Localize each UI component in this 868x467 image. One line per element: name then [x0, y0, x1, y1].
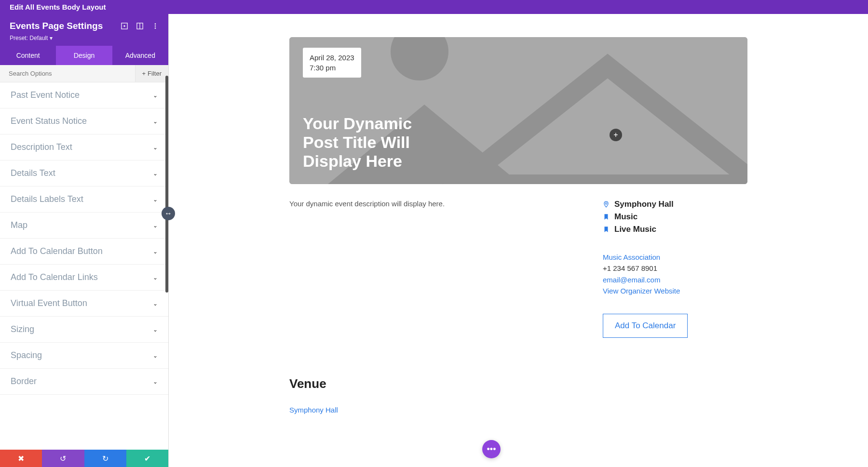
option-details-labels-text[interactable]: Details Labels Text⌄ — [0, 187, 168, 213]
sidebar-action-bar: ✖ ↺ ↻ ✔ — [0, 450, 168, 467]
search-options-input[interactable] — [0, 65, 135, 82]
add-element-button[interactable]: + — [610, 129, 622, 141]
chevron-down-icon: ⌄ — [153, 326, 158, 333]
bookmark-icon — [603, 213, 610, 221]
meta-venue: Symphony Hall — [603, 200, 747, 209]
event-meta-list: Symphony Hall Music Live Music — [603, 200, 747, 234]
option-sizing[interactable]: Sizing⌄ — [0, 317, 168, 343]
event-description: Your dynamic event description will disp… — [289, 200, 574, 208]
sidebar-scrollbar[interactable] — [165, 76, 168, 293]
floating-more-button[interactable]: ••• — [482, 440, 501, 458]
option-border[interactable]: Border⌄ — [0, 369, 168, 395]
sidebar-resize-handle[interactable]: ↔ — [162, 207, 175, 220]
organizer-block: Music Association +1 234 567 8901 email@… — [603, 252, 747, 296]
organizer-website-link[interactable]: View Organizer Website — [603, 285, 747, 296]
organizer-name-link[interactable]: Music Association — [603, 252, 747, 263]
svg-point-1 — [123, 25, 125, 27]
chevron-down-icon: ⌄ — [153, 248, 158, 255]
sidebar-title: Events Page Settings — [10, 21, 103, 31]
columns-icon[interactable] — [136, 23, 143, 29]
preset-dropdown[interactable]: Preset: Default ▾ — [10, 35, 53, 41]
tab-content[interactable]: Content — [0, 46, 56, 65]
event-time: 7:30 pm — [310, 63, 354, 73]
chevron-down-icon: ⌄ — [153, 378, 158, 385]
venue-heading: Venue — [289, 376, 747, 391]
event-date: April 28, 2023 — [310, 53, 354, 63]
option-spacing[interactable]: Spacing⌄ — [0, 343, 168, 369]
svg-point-4 — [155, 23, 156, 25]
option-add-to-calendar-button[interactable]: Add To Calendar Button⌄ — [0, 239, 168, 265]
option-event-status-notice[interactable]: Event Status Notice⌄ — [0, 108, 168, 134]
event-title: Your Dynamic Post Title Will Display Her… — [303, 114, 419, 171]
chevron-down-icon: ⌄ — [153, 274, 158, 281]
expand-icon[interactable] — [121, 23, 128, 29]
event-date-badge: April 28, 2023 7:30 pm — [303, 48, 361, 78]
undo-button[interactable]: ↺ — [42, 450, 84, 467]
chevron-down-icon: ⌄ — [153, 300, 158, 307]
settings-sidebar: Events Page Settings Preset: Default ▾ C… — [0, 14, 169, 467]
cancel-button[interactable]: ✖ — [0, 450, 42, 467]
chevron-down-icon: ⌄ — [153, 222, 158, 229]
add-to-calendar-button[interactable]: Add To Calendar — [603, 314, 688, 338]
svg-point-6 — [155, 27, 156, 29]
chevron-down-icon: ⌄ — [153, 144, 158, 151]
chevron-down-icon: ▾ — [50, 35, 53, 41]
organizer-email-link[interactable]: email@email.com — [603, 274, 747, 285]
chevron-down-icon: ⌄ — [153, 170, 158, 177]
settings-tabs: Content Design Advanced — [0, 46, 168, 65]
organizer-phone: +1 234 567 8901 — [603, 264, 657, 272]
option-past-event-notice[interactable]: Past Event Notice⌄ — [0, 82, 168, 108]
chevron-down-icon: ⌄ — [153, 352, 158, 359]
meta-category: Music — [603, 212, 747, 222]
venue-section: Venue Symphony Hall — [289, 376, 747, 414]
search-row: + Filter — [0, 65, 168, 82]
svg-point-5 — [155, 26, 156, 27]
plus-icon: + — [142, 70, 146, 77]
bookmark-icon — [603, 226, 610, 233]
filter-button[interactable]: + Filter — [135, 65, 168, 82]
option-virtual-event-button[interactable]: Virtual Event Button⌄ — [0, 291, 168, 317]
location-pin-icon — [603, 200, 610, 208]
preview-canvas[interactable]: April 28, 2023 7:30 pm Your Dynamic Post… — [169, 14, 868, 467]
chevron-down-icon: ⌄ — [153, 118, 158, 125]
meta-tag: Live Music — [603, 225, 747, 234]
redo-button[interactable]: ↻ — [84, 450, 126, 467]
save-button[interactable]: ✔ — [126, 450, 168, 467]
tab-advanced[interactable]: Advanced — [112, 46, 168, 65]
option-details-text[interactable]: Details Text⌄ — [0, 160, 168, 187]
option-map[interactable]: Map⌄ — [0, 213, 168, 239]
top-bar-title: Edit All Events Body Layout — [10, 3, 106, 11]
option-add-to-calendar-links[interactable]: Add To Calendar Links⌄ — [0, 265, 168, 291]
chevron-down-icon: ⌄ — [153, 92, 158, 99]
hero-banner: April 28, 2023 7:30 pm Your Dynamic Post… — [289, 37, 747, 184]
option-description-text[interactable]: Description Text⌄ — [0, 134, 168, 160]
chevron-down-icon: ⌄ — [153, 196, 158, 203]
top-bar: Edit All Events Body Layout — [0, 0, 868, 14]
design-options-list: Past Event Notice⌄ Event Status Notice⌄ … — [0, 82, 168, 450]
more-icon[interactable] — [152, 23, 159, 29]
venue-name-link[interactable]: Symphony Hall — [289, 406, 338, 414]
sidebar-header: Events Page Settings Preset: Default ▾ — [0, 14, 168, 46]
tab-design[interactable]: Design — [56, 46, 112, 65]
